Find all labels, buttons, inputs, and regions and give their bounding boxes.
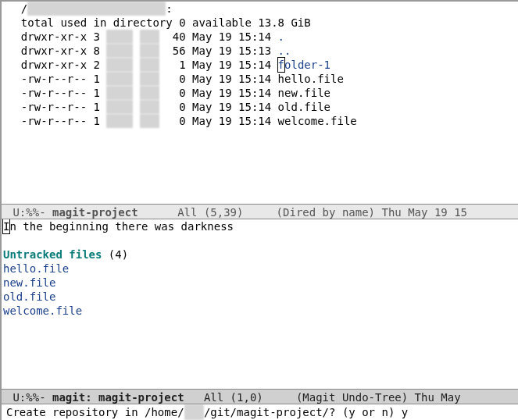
dired-row[interactable]: drwxr-xr-x 3 ████ ███ 40 May 19 15:14 . bbox=[8, 30, 518, 44]
dired-row-group-blur: ███ bbox=[140, 58, 159, 72]
dired-row-group-blur: ███ bbox=[140, 86, 159, 100]
dired-row[interactable]: -rw-r--r-- 1 ████ ███ 0 May 19 15:14 old… bbox=[8, 100, 518, 114]
blank-line bbox=[3, 233, 518, 247]
dired-row[interactable]: -rw-r--r-- 1 ████ ███ 0 May 19 15:14 hel… bbox=[8, 72, 518, 86]
dired-row-size-date: 56 May 19 15:13 bbox=[159, 44, 278, 57]
modeline-magit: U:%%- magit: magit-project All (1,0) (Ma… bbox=[2, 389, 518, 404]
dired-row-user-blur: ████ bbox=[106, 100, 133, 114]
dired-row-user-blur: ████ bbox=[106, 72, 133, 86]
modeline-left: U:%%- bbox=[6, 206, 52, 219]
modeline-mode: (Magit Undo-Tree) bbox=[296, 391, 408, 404]
dired-row-group-blur: ███ bbox=[140, 114, 159, 128]
dired-row-name[interactable]: hello.file bbox=[278, 73, 344, 85]
dired-row-user-blur: ████ bbox=[106, 30, 133, 44]
dired-row-user-blur: ████ bbox=[106, 44, 133, 58]
dired-row-name[interactable]: welcome.file bbox=[278, 115, 357, 127]
dired-row[interactable]: -rw-r--r-- 1 ████ ███ 0 May 19 15:14 new… bbox=[8, 86, 518, 100]
minibuffer[interactable]: Create repository in /home/███/git/magit… bbox=[2, 404, 518, 420]
minibuffer-prompt-prefix: Create repository in /home/ bbox=[6, 406, 184, 418]
magit-untracked-count: (4) bbox=[102, 248, 128, 261]
modeline-date: Thu May bbox=[408, 391, 467, 404]
dired-header: /████/███/████████████: bbox=[8, 2, 518, 16]
dired-row-size-date: 0 May 19 15:14 bbox=[159, 87, 278, 99]
dired-row-perms: drwxr-xr-x 3 bbox=[8, 30, 106, 43]
dired-header-prefix: / bbox=[8, 2, 27, 15]
dired-row-group-blur: ███ bbox=[140, 30, 159, 44]
dired-row-name[interactable]: . bbox=[278, 30, 284, 43]
dired-header-suffix: : bbox=[166, 2, 172, 15]
modeline-position: All (1,0) bbox=[184, 391, 296, 404]
modeline-buffer-name: magit-project bbox=[52, 206, 138, 219]
dired-row-name[interactable]: folder-1 bbox=[278, 59, 330, 71]
minibuffer-blur: ███ bbox=[184, 404, 204, 420]
magit-untracked-file[interactable]: welcome.file bbox=[3, 304, 518, 318]
magit-untracked-file[interactable]: old.file bbox=[3, 290, 518, 304]
dired-row-perms: -rw-r--r-- 1 bbox=[8, 101, 106, 113]
dired-row-user-blur: ████ bbox=[106, 58, 133, 72]
dired-header-blur: ████/███/████████████ bbox=[27, 2, 166, 16]
dired-pane[interactable]: /████/███/████████████: total used in di… bbox=[2, 2, 518, 204]
magit-pane[interactable]: In the beginning there was darkness Untr… bbox=[2, 219, 518, 389]
dired-row-size-date: 40 May 19 15:14 bbox=[159, 30, 278, 43]
dired-row-name[interactable]: new.file bbox=[278, 87, 330, 99]
dired-row-size-date: 0 May 19 15:14 bbox=[159, 73, 278, 85]
dired-row-group-blur: ███ bbox=[140, 100, 159, 114]
modeline-position: All (5,39) bbox=[138, 206, 277, 219]
magit-untracked-header[interactable]: Untracked files (4) bbox=[3, 247, 518, 262]
dired-row-size-date: 0 May 19 15:14 bbox=[159, 101, 278, 113]
dired-row-group-blur: ███ bbox=[140, 44, 159, 58]
dired-row[interactable]: drwxr-xr-x 2 ████ ███ 1 May 19 15:14 fol… bbox=[8, 58, 518, 72]
magit-untracked-file[interactable]: hello.file bbox=[3, 262, 518, 276]
dired-row[interactable]: -rw-r--r-- 1 ████ ███ 0 May 19 15:14 wel… bbox=[8, 114, 518, 128]
magit-untracked-file[interactable]: new.file bbox=[3, 276, 518, 290]
dired-row-perms: drwxr-xr-x 8 bbox=[8, 44, 106, 57]
dired-row[interactable]: drwxr-xr-x 8 ████ ███ 56 May 19 15:13 .. bbox=[8, 44, 518, 58]
magit-head-line: In the beginning there was darkness bbox=[3, 219, 518, 233]
modeline-dired: U:%%- magit-project All (5,39) (Dired by… bbox=[2, 204, 518, 219]
dired-row-user-blur: ████ bbox=[106, 86, 133, 100]
minibuffer-prompt-suffix: /git/magit-project/? (y or n) bbox=[204, 406, 402, 418]
magit-untracked-label: Untracked files bbox=[3, 248, 102, 261]
dired-row-name[interactable]: old.file bbox=[278, 101, 330, 113]
magit-cursor: I bbox=[2, 219, 10, 234]
dired-total-line: total used in directory 0 available 13.8… bbox=[8, 16, 518, 30]
dired-row-user-blur: ████ bbox=[106, 114, 133, 128]
dired-row-name[interactable]: .. bbox=[278, 44, 291, 57]
modeline-left: U:%%- bbox=[6, 391, 52, 404]
dired-row-perms: drwxr-xr-x 2 bbox=[8, 59, 106, 71]
dired-row-perms: -rw-r--r-- 1 bbox=[8, 73, 106, 85]
dired-row-size-date: 0 May 19 15:14 bbox=[159, 115, 278, 127]
modeline-mode: (Dired by name) bbox=[277, 206, 375, 219]
dired-cursor: f bbox=[277, 57, 285, 73]
modeline-date: Thu May 19 15 bbox=[375, 206, 467, 219]
minibuffer-answer: y bbox=[402, 406, 408, 418]
modeline-buffer-name: magit: magit-project bbox=[52, 391, 184, 404]
dired-row-perms: -rw-r--r-- 1 bbox=[8, 115, 106, 127]
dired-row-perms: -rw-r--r-- 1 bbox=[8, 87, 106, 99]
dired-row-group-blur: ███ bbox=[140, 72, 159, 86]
dired-row-size-date: 1 May 19 15:14 bbox=[159, 59, 278, 71]
